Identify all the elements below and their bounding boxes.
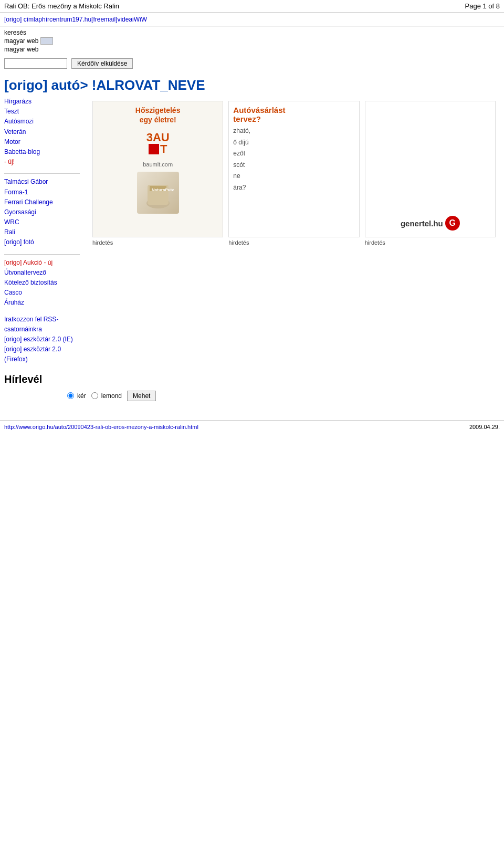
nav-item-babetta[interactable]: Babetta-blog xyxy=(4,147,80,157)
form-row: Kérdőív elküldése xyxy=(0,56,504,72)
search-input[interactable] xyxy=(40,37,53,45)
top-bar: Rali OB: Erős mezőny a Miskolc Ralin Pag… xyxy=(0,0,504,13)
content-layout: Hírgarázs Teszt Autósmozi Veterán Motor … xyxy=(0,97,504,410)
nav-section-2: Talmácsi Gábor Forma-1 Ferrari Challenge… xyxy=(4,177,80,247)
footer-date: 2009.04.29. xyxy=(469,424,500,430)
form-input[interactable] xyxy=(4,58,67,69)
ad-banner-autó: Autóvásárlásttervez? zható, ő díjú ezőt … xyxy=(228,101,359,237)
ad-labels: hirdetés hirdetés hirdetés xyxy=(88,237,500,248)
search-row-1: keresés xyxy=(4,29,500,36)
baumit-ad-content: Hőszigetelésegy életre! 3AU T baumit.com xyxy=(93,101,223,237)
ad-label-1: hirdetés xyxy=(92,239,223,246)
nav-item-veteran[interactable]: Veterán xyxy=(4,127,80,137)
nav-item-uj[interactable]: - új! xyxy=(4,157,80,167)
radio-ker-group: kér xyxy=(67,392,86,400)
nav-divider-1 xyxy=(4,173,80,174)
baumit-site: baumit.com xyxy=(143,161,173,168)
form-submit-button[interactable]: Kérdőív elküldése xyxy=(71,58,133,69)
search-row-3: magyar web xyxy=(4,46,500,53)
search-row-2: magyar web xyxy=(4,37,500,45)
autó-ad-content: Autóvásárlásttervez? zható, ő díjú ezőt … xyxy=(229,101,359,237)
nav-item-teszt[interactable]: Teszt xyxy=(4,107,80,117)
hirlevél-controls: kér lemond Mehet xyxy=(67,391,80,401)
nav-item-foto[interactable]: [origo] fotó xyxy=(4,237,80,247)
page-info: Page 1 of 8 xyxy=(465,2,500,10)
nav-item-utvonal[interactable]: Útvonaltervező xyxy=(4,268,80,278)
genertel-g-icon: G xyxy=(445,216,460,231)
ie-toolbar-link[interactable]: [origo] eszköztár 2.0 (IE) xyxy=(4,334,80,344)
nav-section-3: [origo] Aukció - új Útvonaltervező Kötel… xyxy=(4,258,80,308)
autó-top-text: Autóvásárlásttervez? xyxy=(233,106,285,123)
nav-item-wrc[interactable]: WRC xyxy=(4,217,80,227)
nav-item-talmacsi[interactable]: Talmácsi Gábor xyxy=(4,177,80,187)
left-nav: Hírgarázs Teszt Autósmozi Veterán Motor … xyxy=(4,97,88,410)
nav-item-rali[interactable]: Rali xyxy=(4,227,80,237)
autó-lines: zható, ő díjú ezőt scót ne ára? xyxy=(233,126,250,194)
nav-divider-2 xyxy=(4,254,80,255)
baumit-logo-area: 3AU T xyxy=(146,132,170,155)
baumit-red-square xyxy=(149,144,159,154)
ad-label-3: hirdetés xyxy=(365,239,496,246)
magyar-web-label-2: magyar web xyxy=(4,46,38,53)
nav-item-aukció[interactable]: [origo] Aukció - új xyxy=(4,258,80,268)
hirlevél-section: Hírlevél kér lemond Mehet xyxy=(4,373,80,401)
nav-item-autosmozi[interactable]: Autósmozi xyxy=(4,117,80,127)
radio-ker-label: kér xyxy=(77,392,86,400)
search-area: keresés magyar web magyar web xyxy=(0,27,504,56)
header-link[interactable]: [origo] címlaphírcentrum197.hu[freemail]… xyxy=(4,16,147,23)
baumit-product-image: NaturaPutz xyxy=(137,172,179,214)
magyar-web-label-1: magyar web xyxy=(4,37,38,45)
nav-item-aruhaz[interactable]: Áruház xyxy=(4,298,80,308)
rss-link[interactable]: Iratkozzon fel RSS-csatornáinkra xyxy=(4,315,80,334)
nav-item-ferrari[interactable]: Ferrari Challenge xyxy=(4,197,80,207)
svg-text:NaturaPutz: NaturaPutz xyxy=(152,187,174,192)
header-links: [origo] címlaphírcentrum197.hu[freemail]… xyxy=(0,13,504,27)
right-content: Hőszigetelésegy életre! 3AU T baumit.com xyxy=(88,97,500,410)
hirlevél-title: Hírlevél xyxy=(4,373,80,385)
genertel-logo: genertel.hu G xyxy=(401,216,460,231)
ad-banner-genertel: genertel.hu G xyxy=(365,101,496,237)
nav-item-hirgarazs[interactable]: Hírgarázs xyxy=(4,97,80,107)
nav-item-motor[interactable]: Motor xyxy=(4,137,80,147)
nav-item-forma1[interactable]: Forma-1 xyxy=(4,187,80,197)
nav-item-gyorsasagi[interactable]: Gyorsasági xyxy=(4,207,80,217)
tools-section: Iratkozzon fel RSS-csatornáinkra [origo]… xyxy=(4,315,80,365)
nav-item-kotelezo[interactable]: Kötelező biztosítás xyxy=(4,278,80,288)
page-title: Rali OB: Erős mezőny a Miskolc Ralin xyxy=(4,2,119,10)
ad-banners: Hőszigetelésegy életre! 3AU T baumit.com xyxy=(88,101,500,237)
main-section-heading: [origo] autó> !ALROVAT_NEVE xyxy=(0,72,504,97)
firefox-toolbar-link[interactable]: [origo] eszköztár 2.0 (Firefox) xyxy=(4,344,80,364)
genertel-site-text: genertel.hu xyxy=(401,219,443,228)
footer: http://www.origo.hu/auto/20090423-rali-o… xyxy=(0,420,504,433)
ad-banner-baumit: Hőszigetelésegy életre! 3AU T baumit.com xyxy=(92,101,223,237)
search-label: keresés xyxy=(4,29,26,36)
footer-url[interactable]: http://www.origo.hu/auto/20090423-rali-o… xyxy=(4,424,198,430)
baumit-top-text: Hőszigetelésegy életre! xyxy=(135,106,181,124)
ad-label-2: hirdetés xyxy=(228,239,359,246)
nav-item-casco[interactable]: Casco xyxy=(4,288,80,298)
radio-ker[interactable] xyxy=(67,392,74,399)
nav-section-1: Hírgarázs Teszt Autósmozi Veterán Motor … xyxy=(4,97,80,167)
